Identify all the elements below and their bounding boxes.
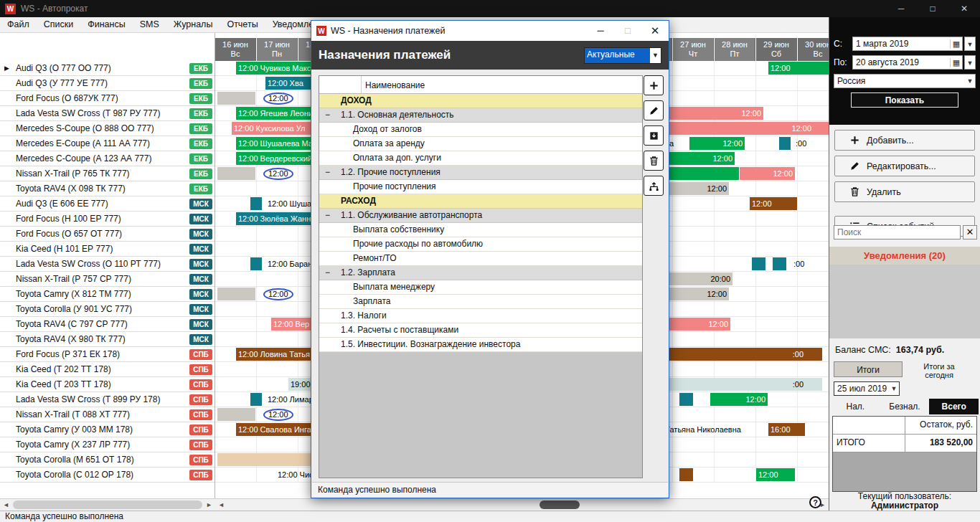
booking-bar[interactable]: 12:00 Шушалева Ма	[265, 197, 315, 210]
booking-bar[interactable]: 12:00	[648, 122, 829, 135]
car-row[interactable]: Lada Vesta SW Cross (Т 899 РУ 178)СПБ	[0, 392, 215, 407]
show-button[interactable]: Показать	[851, 92, 958, 108]
tree-row[interactable]: Выплата собственнику	[319, 223, 642, 237]
booking-bar[interactable]: 12:00 Чис	[275, 468, 314, 481]
tree-row[interactable]: Зарплата	[319, 295, 642, 309]
booking-bar[interactable]: 12:00	[261, 167, 298, 180]
menu-item-sms[interactable]: SMS	[133, 17, 166, 32]
tab-total[interactable]: Всего	[929, 399, 979, 414]
search-input[interactable]	[834, 225, 961, 239]
dialog-edit-button[interactable]	[644, 100, 664, 120]
car-row[interactable]: Ford Focus (О 687УК 777)ЕКБ	[0, 91, 215, 106]
booking-bar[interactable]: 12:00	[261, 92, 298, 105]
tree-row[interactable]: Ремонт/ТО	[319, 252, 642, 266]
scroll-right-icon[interactable]: ►	[203, 499, 215, 511]
dialog-archive-button[interactable]	[644, 125, 664, 146]
tree-row[interactable]: Прочие расходы по автомобилю	[319, 237, 642, 252]
tab-cashless[interactable]: Безнал.	[880, 399, 930, 414]
minimize-button[interactable]: ─	[885, 0, 917, 17]
collapse-icon[interactable]: −	[325, 266, 330, 280]
filter-dropdown[interactable]: Актуальные ▼	[584, 47, 661, 64]
tree-row[interactable]: −1.1. Обслуживание автотранспорта	[319, 209, 642, 223]
car-row[interactable]: Toyota Corolla (М 651 ОТ 178)СПБ	[0, 452, 215, 468]
booking-bar[interactable]: 12:00	[750, 197, 797, 210]
dialog-minimize-button[interactable]: ─	[587, 21, 614, 41]
booking-bar[interactable]: 12:00 Вер	[271, 318, 312, 331]
region-dropdown[interactable]: Россия ▼	[834, 74, 976, 88]
car-row[interactable]: Toyota Corolla (У 901 УС 777)МСК	[0, 302, 215, 317]
maximize-button[interactable]: □	[917, 0, 948, 17]
car-row[interactable]: Kia Ceed (Н 101 ЕР 777)МСК	[0, 242, 215, 257]
car-row[interactable]: Toyota RAV4 (Х 098 ТК 777)ЕКБ	[0, 181, 215, 196]
date-to-input[interactable]: 20 августа 2019 ▦	[852, 55, 963, 70]
dialog-maximize-button[interactable]: □	[614, 21, 641, 41]
car-row[interactable]: Toyota Camry (У 003 ММ 178)СПБ	[0, 422, 215, 437]
car-row[interactable]: Ford Focus (О 657 ОТ 777)МСК	[0, 227, 215, 242]
car-row[interactable]: ▶Audi Q3 (О 777 ОО 777)ЕКБ	[0, 61, 215, 76]
add-button[interactable]: Добавить...	[834, 130, 975, 151]
booking-bar[interactable]: 12:00	[261, 408, 298, 421]
car-row[interactable]: Nissan X-Trail (Т 088 ХТ 777)СПБ	[0, 407, 215, 422]
booking-bar[interactable]	[217, 167, 255, 180]
tree-row[interactable]: −1.1. Основная деятельность	[319, 108, 642, 123]
booking-bar[interactable]	[773, 257, 786, 270]
dialog-add-button[interactable]	[644, 75, 664, 95]
booking-bar[interactable]: :00	[791, 257, 816, 270]
menu-item-journals[interactable]: Журналы	[166, 17, 220, 32]
car-row[interactable]: Mercedes S-Coupe (О 888 ОО 777)ЕКБ	[0, 121, 215, 136]
booking-bar[interactable]	[217, 453, 316, 466]
notifications-header[interactable]: Уведомления (20)	[829, 247, 980, 265]
booking-bar[interactable]	[217, 288, 255, 300]
scrollbar-thumb[interactable]	[13, 500, 202, 509]
booking-bar[interactable]: 12:00	[768, 62, 829, 75]
totals-date-dropdown[interactable]: 25 июл 2019 ▼	[834, 381, 900, 396]
car-row[interactable]: Kia Ceed (Т 202 ТТ 178)СПБ	[0, 362, 215, 377]
car-row[interactable]: Toyota RAV4 (С 797 СР 777)МСК	[0, 317, 215, 332]
car-row[interactable]: Lada Vesta SW Cross (Т 987 РУ 777)ЕКБ	[0, 106, 215, 121]
tree-row[interactable]: Оплата за доп. услуги	[319, 151, 642, 166]
scroll-left-icon[interactable]: ◄	[215, 499, 227, 511]
menu-item-finance[interactable]: Финансы	[80, 17, 132, 32]
booking-bar[interactable]	[752, 257, 765, 270]
booking-bar[interactable]: 12:00	[689, 137, 745, 150]
booking-bar[interactable]: 12:00 Лимарова Але	[265, 393, 315, 406]
car-row[interactable]: Toyota Corolla (С 012 ОР 178)СПБ	[0, 468, 215, 483]
dialog-delete-button[interactable]	[644, 151, 664, 171]
car-row[interactable]: Lada Vesta SW Cross (О 110 РТ 777)МСК	[0, 257, 215, 272]
collapse-icon[interactable]: −	[325, 166, 330, 179]
booking-bar[interactable]	[679, 468, 693, 481]
booking-bar[interactable]	[250, 393, 262, 406]
tree-row[interactable]: Оплата за аренду	[319, 137, 642, 151]
dialog-close-button[interactable]: ✕	[641, 21, 669, 41]
calendar-icon[interactable]: ▦	[950, 39, 962, 49]
car-row[interactable]: Nissan X-Trail (Р 757 СР 777)МСК	[0, 272, 215, 287]
car-row[interactable]: Nissan X-Trail (Р 765 ТК 777)ЕКБ	[0, 166, 215, 181]
date-from-input[interactable]: 1 марта 2019 ▦	[852, 37, 963, 51]
car-row[interactable]: Audi Q3 (Е 606 ЕЕ 777)МСК	[0, 196, 215, 212]
booking-bar[interactable]: :00	[793, 137, 822, 150]
gantt-hscrollbar[interactable]: ◄ ►	[215, 498, 829, 511]
menu-item-lists[interactable]: Списки	[37, 17, 80, 32]
car-row[interactable]: Ford Focus (Р 371 ЕК 178)СПБ	[0, 347, 215, 362]
car-row[interactable]: Toyota Camry (Х 237 ЛР 777)СПБ	[0, 437, 215, 452]
calendar-icon[interactable]: ▦	[950, 58, 962, 67]
collapse-icon[interactable]: −	[325, 209, 330, 222]
car-row[interactable]: Kia Ceed (Т 203 ТТ 178)СПБ	[0, 377, 215, 392]
booking-bar[interactable]: 12:00	[261, 288, 298, 300]
tree-row[interactable]: 1.3. Налоги	[319, 309, 642, 323]
delete-button[interactable]: Удалить	[834, 181, 975, 202]
booking-bar[interactable]	[217, 408, 255, 421]
booking-bar[interactable]	[250, 197, 262, 210]
booking-bar[interactable]: 12:00	[756, 468, 795, 481]
booking-bar[interactable]: 19:00	[288, 378, 313, 391]
tree-row[interactable]: 1.4. Расчеты с поставщиками	[319, 323, 642, 338]
totals-button[interactable]: Итоги	[834, 361, 903, 377]
tree-row[interactable]: ДОХОД	[319, 94, 642, 108]
menu-item-reports[interactable]: Отчеты	[220, 17, 265, 32]
help-button[interactable]: ?	[809, 496, 821, 508]
booking-bar[interactable]	[679, 393, 693, 406]
scroll-left-icon[interactable]: ◄	[0, 499, 12, 511]
edit-button[interactable]: Редактировать...	[834, 156, 975, 176]
scrollbar-thumb[interactable]	[540, 500, 580, 509]
tree-row[interactable]: РАСХОД	[319, 194, 642, 209]
